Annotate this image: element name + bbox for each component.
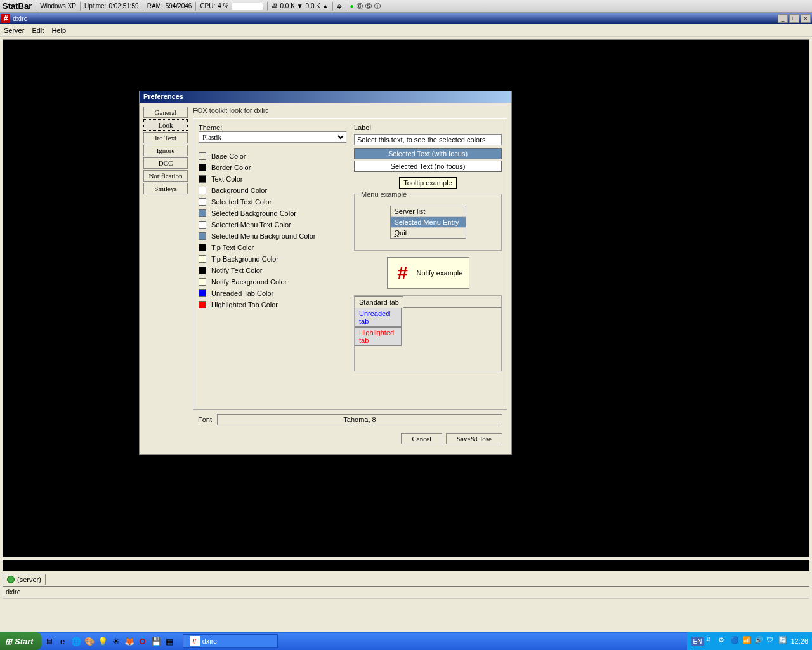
tray-volume-icon[interactable]: 🔊 bbox=[754, 636, 764, 646]
system-tray: EN # ⚙ 🔵 📶 🔊 🛡 🔄 12:26 bbox=[687, 632, 812, 650]
ql-ie-icon[interactable]: e bbox=[57, 635, 69, 647]
tab-irctext[interactable]: Irc Text bbox=[143, 132, 188, 143]
menu-serverlist[interactable]: Server list bbox=[391, 206, 466, 217]
tab-highlighted[interactable]: Highlighted tab bbox=[355, 327, 402, 346]
swatch-selmenu[interactable] bbox=[199, 221, 206, 229]
swatch-text[interactable] bbox=[199, 175, 206, 183]
status-s-icon: Ⓢ bbox=[365, 2, 372, 11]
dialog-title: Preferences bbox=[140, 91, 511, 103]
window-title: dxirc bbox=[13, 15, 27, 22]
taskbar-dxirc[interactable]: # dxirc bbox=[183, 634, 278, 648]
theme-select[interactable]: Plastik bbox=[199, 131, 346, 143]
taskbar: ⊞ Start 🖥 e 🌐 🎨 💡 ☀ 🦊 O 💾 ▦ # dxirc EN #… bbox=[0, 632, 812, 650]
swatch-unreadtab[interactable] bbox=[199, 289, 206, 297]
tray-icon-1[interactable]: # bbox=[706, 636, 716, 646]
menu-server[interactable]: Server bbox=[4, 27, 24, 34]
tray-icon-3[interactable]: 🔵 bbox=[730, 636, 740, 646]
ql-globe-icon[interactable]: 🌐 bbox=[70, 635, 82, 647]
menu-quit[interactable]: Quit bbox=[391, 228, 466, 238]
menu-help[interactable]: Help bbox=[51, 27, 66, 34]
ql-desktop-icon[interactable]: 🖥 bbox=[44, 635, 55, 647]
printer-icon: 🖶 bbox=[272, 3, 278, 10]
tab-standard[interactable]: Standard tab bbox=[355, 296, 403, 308]
uptime-value: 0:02:51:59 bbox=[108, 3, 138, 10]
ql-sun-icon[interactable]: ☀ bbox=[110, 635, 122, 647]
statbar: StatBar Windows XP Uptime: 0:02:51:59 RA… bbox=[0, 0, 812, 13]
tray-icon-4[interactable]: 📶 bbox=[742, 636, 752, 646]
language-indicator[interactable]: EN bbox=[691, 637, 705, 646]
theme-label: Theme: bbox=[199, 124, 346, 131]
server-tab[interactable]: (server) bbox=[3, 574, 46, 585]
statbar-os: Windows XP bbox=[40, 3, 76, 10]
minimize-button[interactable]: _ bbox=[778, 14, 788, 23]
statusbar: dxirc bbox=[3, 586, 809, 599]
swatch-base[interactable] bbox=[199, 152, 206, 160]
preview-label-text[interactable]: Select this text, to see the selected co… bbox=[354, 134, 502, 145]
preferences-dialog: Preferences General Look Irc Text Ignore… bbox=[139, 91, 512, 455]
swatch-tipbg[interactable] bbox=[199, 255, 206, 263]
input-strip[interactable] bbox=[3, 560, 809, 571]
tray-clock[interactable]: 12:26 bbox=[790, 637, 808, 645]
hash-icon: # bbox=[190, 636, 200, 646]
prefs-description: FOX toolkit look for dxirc bbox=[193, 107, 508, 114]
swatch-selmenubg[interactable] bbox=[199, 232, 206, 240]
tab-look[interactable]: Look bbox=[143, 119, 188, 131]
status-c-icon: Ⓒ bbox=[357, 2, 363, 11]
channel-tabs: (server) bbox=[0, 571, 812, 585]
menu-selected-entry[interactable]: Selected Menu Entry bbox=[391, 217, 466, 228]
status-n-icon: ● bbox=[350, 3, 354, 10]
tab-general[interactable]: General bbox=[143, 107, 188, 118]
ql-paint-icon[interactable]: 🎨 bbox=[84, 635, 95, 647]
ql-save-icon[interactable]: 💾 bbox=[150, 635, 162, 647]
app-icon: # bbox=[1, 14, 10, 23]
close-button[interactable]: × bbox=[801, 14, 811, 23]
swatch-selbg[interactable] bbox=[199, 209, 206, 217]
tray-icon-2[interactable]: ⚙ bbox=[718, 636, 728, 646]
save-close-button[interactable]: Save&Close bbox=[446, 433, 502, 444]
maximize-button[interactable]: □ bbox=[789, 14, 799, 23]
color-list: Base Color Border Color Text Color Backg… bbox=[199, 150, 346, 310]
swatch-tiptext[interactable] bbox=[199, 244, 206, 251]
hash-icon: # bbox=[391, 262, 414, 284]
ram-value: 594/2046 bbox=[166, 3, 192, 10]
start-button[interactable]: ⊞ Start bbox=[0, 632, 41, 650]
preview-menu-group: Menu example Server list Selected Menu E… bbox=[354, 194, 502, 251]
titlebar: # dxirc _ □ × bbox=[0, 13, 812, 24]
swatch-notifytext[interactable] bbox=[199, 267, 206, 274]
preview-notify: # Notify example bbox=[387, 257, 469, 289]
preview-sel-nofocus: Selected Text (no focus) bbox=[354, 161, 502, 172]
tab-unreaded[interactable]: Unreaded tab bbox=[355, 308, 402, 327]
tray-icon-6[interactable]: 🛡 bbox=[766, 636, 776, 646]
ram-label: RAM: bbox=[147, 3, 163, 10]
preview-label-heading: Label bbox=[354, 124, 502, 131]
tray-icon-7[interactable]: 🔄 bbox=[778, 636, 789, 646]
net-up: 0.0 K ▲ bbox=[306, 3, 329, 10]
cpu-value: 4 % bbox=[218, 3, 228, 10]
ql-app-icon[interactable]: ▦ bbox=[164, 635, 175, 647]
tab-dcc[interactable]: DCC bbox=[143, 157, 188, 169]
swatch-hilighttab[interactable] bbox=[199, 301, 206, 308]
tab-ignore[interactable]: Ignore bbox=[143, 145, 188, 156]
ql-opera-icon[interactable]: O bbox=[137, 635, 148, 647]
windows-icon: ⊞ bbox=[5, 637, 12, 646]
swatch-background[interactable] bbox=[199, 187, 206, 194]
font-button[interactable]: Tahoma, 8 bbox=[217, 414, 502, 425]
menu-edit[interactable]: Edit bbox=[32, 27, 44, 34]
net-down: 0.0 K ▼ bbox=[280, 3, 303, 10]
swatch-notifybg[interactable] bbox=[199, 278, 206, 286]
swatch-seltext[interactable] bbox=[199, 198, 206, 206]
font-label: Font bbox=[198, 416, 212, 423]
swatch-border[interactable] bbox=[199, 164, 206, 171]
ql-bulb-icon[interactable]: 💡 bbox=[97, 635, 108, 647]
tab-smileys[interactable]: Smileys bbox=[143, 183, 188, 194]
status-info-icon: ⓘ bbox=[374, 2, 381, 11]
preview-sel-focus: Selected Text (with focus) bbox=[354, 148, 502, 159]
cancel-button[interactable]: Cancel bbox=[401, 433, 442, 444]
tab-notification[interactable]: Notification bbox=[143, 170, 188, 182]
ql-firefox-icon[interactable]: 🦊 bbox=[124, 635, 135, 647]
quick-launch: 🖥 e 🌐 🎨 💡 ☀ 🦊 O 💾 ▦ bbox=[44, 635, 175, 647]
prefs-category-list: General Look Irc Text Ignore DCC Notific… bbox=[143, 107, 188, 451]
preview-tabs: Standard tab Unreaded tab Highlighted ta… bbox=[354, 295, 502, 371]
disk-icon: ⬙ bbox=[337, 3, 342, 10]
cpu-label: CPU: bbox=[200, 3, 215, 10]
